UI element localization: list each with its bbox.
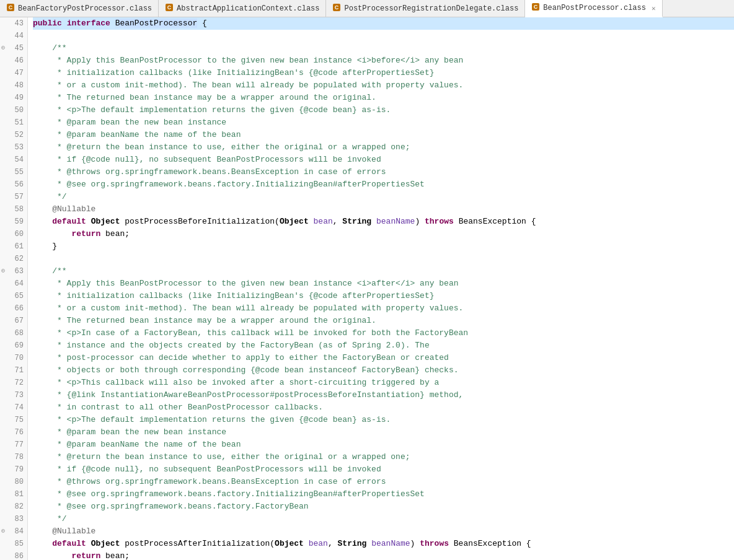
code-line-62 [33,253,734,265]
line-num-84: 84 [0,525,27,538]
line-num-77: 77 [0,439,27,451]
code-line-63: /** [33,265,734,278]
tab-bar: CBeanFactoryPostProcessor.classCAbstract… [0,0,734,17]
code-line-85: default Object postProcessAfterInitializ… [33,538,734,550]
code-line-79: * if {@code null}, no subsequent BeanPos… [33,463,734,476]
line-num-66: 66 [0,302,27,315]
line-num-85: 85 [0,538,27,550]
code-line-60: return bean; [33,228,734,240]
line-num-78: 78 [0,451,27,463]
svg-text:C: C [167,4,172,11]
line-num-54: 54 [0,154,27,166]
tab-close-3[interactable]: ✕ [652,4,656,12]
line-num-75: 75 [0,414,27,426]
line-num-44: 44 [0,30,27,42]
tab-icon-1: C [165,3,174,14]
line-num-60: 60 [0,228,27,240]
code-line-53: * @return the bean instance to use, eith… [33,141,734,154]
code-line-43: public interface BeanPostProcessor { [33,17,734,30]
tab-label-1: AbstractApplicationContext.class [177,4,319,13]
line-num-59: 59 [0,216,27,228]
line-num-79: 79 [0,463,27,476]
code-line-80: * @throws org.springframework.beans.Bean… [33,476,734,488]
line-num-56: 56 [0,178,27,191]
line-num-45: 45 [0,42,27,55]
code-line-46: * Apply this BeanPostProcessor to the gi… [33,55,734,67]
code-line-49: * The returned bean instance may be a wr… [33,92,734,104]
code-line-52: * @param beanName the name of the bean [33,129,734,141]
line-num-71: 71 [0,364,27,377]
line-num-53: 53 [0,141,27,154]
code-line-69: * instance and the objects created by th… [33,339,734,352]
tab-icon-3: C [531,2,540,14]
line-num-68: 68 [0,327,27,339]
line-num-52: 52 [0,129,27,141]
tab-0[interactable]: CBeanFactoryPostProcessor.class [0,0,159,17]
code-line-77: * @param beanName the name of the bean [33,439,734,451]
code-line-50: * <p>The default implementation returns … [33,104,734,116]
tab-2[interactable]: CPostProcessorRegistrationDelegate.class [326,0,525,17]
tab-label-3: BeanPostProcessor.class [543,4,646,12]
line-num-70: 70 [0,352,27,364]
line-num-49: 49 [0,92,27,104]
line-num-64: 64 [0,278,27,290]
code-line-83: */ [33,513,734,525]
line-num-47: 47 [0,67,27,79]
code-line-47: * initialization callbacks (like Initial… [33,67,734,79]
tab-icon-0: C [6,3,15,14]
line-num-48: 48 [0,79,27,92]
code-line-84: @Nullable [33,525,734,538]
line-num-50: 50 [0,104,27,116]
line-num-61: 61 [0,240,27,253]
code-line-67: * The returned bean instance may be a wr… [33,315,734,327]
line-num-63: 63 [0,265,27,278]
code-line-59: default Object postProcessBeforeInitiali… [33,216,734,228]
line-num-65: 65 [0,290,27,302]
line-num-83: 83 [0,513,27,525]
code-line-70: * post-processor can decide whether to a… [33,352,734,364]
tab-1[interactable]: CAbstractApplicationContext.class [159,0,326,17]
line-num-73: 73 [0,389,27,401]
code-line-64: * Apply this BeanPostProcessor to the gi… [33,278,734,290]
line-numbers: 4344454647484950515253545556575859606162… [0,17,28,560]
tab-icon-2: C [332,3,341,14]
line-num-46: 46 [0,55,27,67]
tab-3[interactable]: CBeanPostProcessor.class✕ [525,0,662,17]
tab-label-2: PostProcessorRegistrationDelegate.class [344,4,518,13]
line-num-76: 76 [0,426,27,439]
code-line-71: * objects or both through corresponding … [33,364,734,377]
code-line-44 [33,30,734,42]
line-num-86: 86 [0,550,27,560]
code-line-48: * or a custom init-method). The bean wil… [33,79,734,92]
line-num-55: 55 [0,166,27,178]
line-num-62: 62 [0,253,27,265]
code-line-65: * initialization callbacks (like Initial… [33,290,734,302]
code-line-66: * or a custom init-method). The bean wil… [33,302,734,315]
code-line-51: * @param bean the new bean instance [33,116,734,129]
code-line-72: * <p>This callback will also be invoked … [33,377,734,389]
code-line-78: * @return the bean instance to use, eith… [33,451,734,463]
line-num-51: 51 [0,116,27,129]
code-line-81: * @see org.springframework.beans.factory… [33,488,734,501]
line-num-82: 82 [0,501,27,513]
code-line-82: * @see org.springframework.beans.factory… [33,501,734,513]
code-line-68: * <p>In case of a FactoryBean, this call… [33,327,734,339]
tab-label-0: BeanFactoryPostProcessor.class [18,4,152,13]
code-line-76: * @param bean the new bean instance [33,426,734,439]
code-line-74: * in contrast to all other BeanPostProce… [33,401,734,414]
code-line-75: * <p>The default implementation returns … [33,414,734,426]
code-line-73: * {@link InstantiationAwareBeanPostProce… [33,389,734,401]
code-content: public interface BeanPostProcessor { /**… [28,17,734,560]
line-num-72: 72 [0,377,27,389]
code-line-56: * @see org.springframework.beans.factory… [33,178,734,191]
line-num-57: 57 [0,191,27,203]
line-num-69: 69 [0,339,27,352]
code-line-54: * if {@code null}, no subsequent BeanPos… [33,154,734,166]
svg-text:C: C [534,4,538,10]
line-num-80: 80 [0,476,27,488]
code-line-45: /** [33,42,734,55]
svg-text:C: C [335,4,339,11]
line-num-74: 74 [0,401,27,414]
code-line-86: return bean; [33,550,734,560]
line-num-81: 81 [0,488,27,501]
